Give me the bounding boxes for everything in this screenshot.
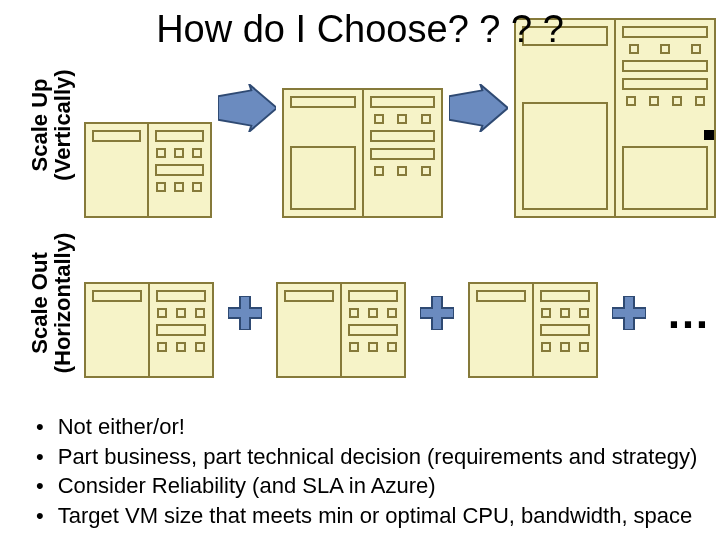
- drive-icon: [622, 146, 708, 210]
- bullet-text: Target VM size that meets min or optimal…: [58, 501, 693, 531]
- port-icon: [579, 342, 589, 352]
- port-icon: [626, 96, 636, 106]
- drive-icon: [476, 290, 526, 302]
- drive-icon: [540, 324, 590, 336]
- drive-icon: [290, 146, 355, 210]
- port-icon: [374, 166, 384, 176]
- axis-scale-out: Scale Out (Horizontally): [28, 228, 74, 378]
- port-row: [370, 114, 435, 124]
- drive-icon: [540, 290, 590, 302]
- drive-icon: [156, 290, 206, 302]
- port-icon: [387, 342, 397, 352]
- plus-icon: [228, 296, 262, 330]
- drive-icon: [348, 324, 398, 336]
- plus-icon: [612, 296, 646, 330]
- server-panel-right: [534, 284, 596, 376]
- server-small-1: [84, 122, 212, 218]
- svg-marker-2: [228, 296, 262, 330]
- server-small-b: [276, 282, 406, 378]
- drive-icon: [92, 130, 141, 142]
- port-icon: [156, 148, 166, 158]
- svg-marker-1: [449, 84, 508, 131]
- list-item: Consider Reliability (and SLA in Azure): [36, 471, 712, 501]
- port-icon: [397, 166, 407, 176]
- port-icon: [421, 114, 431, 124]
- server-panel-left: [86, 124, 149, 216]
- port-icon: [541, 308, 551, 318]
- axis-up-line2: (Vertically): [50, 69, 75, 180]
- port-icon: [157, 342, 167, 352]
- port-icon: [156, 182, 166, 192]
- arrow-right-icon: [449, 84, 508, 132]
- server-medium: [282, 88, 443, 218]
- port-icon: [349, 342, 359, 352]
- port-row: [540, 342, 590, 352]
- svg-marker-3: [420, 296, 454, 330]
- drive-icon: [92, 290, 142, 302]
- port-icon: [192, 148, 202, 158]
- axis-up-line1: Scale Up: [27, 79, 52, 172]
- slide-title: How do I Choose? ? ? ?: [0, 0, 720, 51]
- port-row: [155, 148, 204, 158]
- server-panel-left: [284, 90, 363, 216]
- bullet-text: Consider Reliability (and SLA in Azure): [58, 471, 436, 501]
- bullet-text: Not either/or!: [58, 412, 185, 442]
- axis-out-line1: Scale Out: [27, 252, 52, 353]
- drive-icon: [348, 290, 398, 302]
- drive-icon: [155, 164, 204, 176]
- port-icon: [397, 114, 407, 124]
- port-icon: [349, 308, 359, 318]
- port-icon: [368, 342, 378, 352]
- port-icon: [174, 182, 184, 192]
- server-panel-left: [86, 284, 150, 376]
- port-icon: [176, 342, 186, 352]
- port-row: [348, 342, 398, 352]
- drive-icon: [622, 60, 708, 72]
- axis-scale-up: Scale Up (Vertically): [28, 50, 74, 200]
- server-panel-right: [342, 284, 404, 376]
- list-item: Not either/or!: [36, 412, 712, 442]
- port-row: [622, 96, 708, 106]
- svg-marker-4: [612, 296, 646, 330]
- port-icon: [579, 308, 589, 318]
- port-icon: [387, 308, 397, 318]
- port-row: [156, 342, 206, 352]
- list-item: Target VM size that meets min or optimal…: [36, 501, 712, 531]
- port-icon: [649, 96, 659, 106]
- port-row: [540, 308, 590, 318]
- port-icon: [421, 166, 431, 176]
- arrow-right-icon: [218, 84, 277, 132]
- drive-icon: [522, 102, 608, 210]
- stray-dot-icon: [704, 130, 714, 140]
- axis-out-line2: (Horizontally): [50, 233, 75, 374]
- port-icon: [192, 182, 202, 192]
- port-icon: [695, 96, 705, 106]
- server-panel-right: [364, 90, 441, 216]
- port-icon: [541, 342, 551, 352]
- server-panel-left: [278, 284, 342, 376]
- row-scale-out: …: [84, 248, 716, 378]
- server-panel-right: [149, 124, 210, 216]
- bullet-list: Not either/or! Part business, part techn…: [36, 412, 712, 531]
- svg-marker-0: [218, 84, 277, 131]
- drive-icon: [370, 130, 435, 142]
- port-row: [370, 166, 435, 176]
- port-icon: [672, 96, 682, 106]
- port-icon: [195, 308, 205, 318]
- port-icon: [157, 308, 167, 318]
- port-icon: [374, 114, 384, 124]
- server-panel-left: [470, 284, 534, 376]
- port-icon: [174, 148, 184, 158]
- server-small-c: [468, 282, 598, 378]
- port-icon: [368, 308, 378, 318]
- port-row: [348, 308, 398, 318]
- server-small-a: [84, 282, 214, 378]
- port-icon: [560, 308, 570, 318]
- port-icon: [195, 342, 205, 352]
- drive-icon: [155, 130, 204, 142]
- ellipsis-icon: …: [666, 288, 712, 338]
- drive-icon: [284, 290, 334, 302]
- drive-icon: [156, 324, 206, 336]
- port-row: [156, 308, 206, 318]
- bullet-text: Part business, part technical decision (…: [58, 442, 698, 472]
